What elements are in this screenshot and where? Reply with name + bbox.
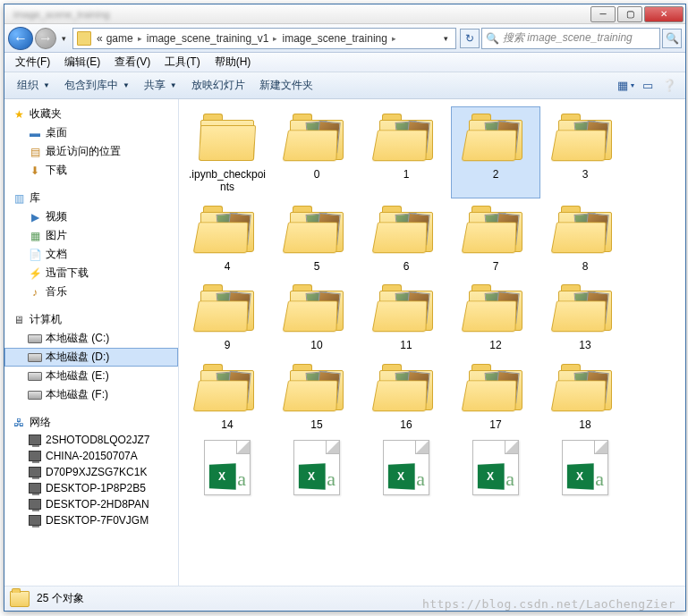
file-item[interactable]: 11 xyxy=(361,277,451,356)
file-item[interactable]: 16 xyxy=(361,357,451,435)
new-folder-button[interactable]: 新建文件夹 xyxy=(252,74,320,97)
menu-tools[interactable]: 工具(T) xyxy=(157,53,207,72)
minimize-button[interactable]: ─ xyxy=(590,6,616,22)
file-item[interactable]: Xa xyxy=(451,435,540,503)
file-item[interactable]: 1 xyxy=(361,106,451,198)
menu-file[interactable]: 文件(F) xyxy=(8,53,57,72)
watermark-text: https://blog.csdn.net/LaoChengZier xyxy=(422,597,675,611)
address-dropdown[interactable]: ▾ xyxy=(440,34,452,43)
sidebar-item-music[interactable]: ♪音乐 xyxy=(4,283,178,301)
breadcrumb-v1[interactable]: image_scene_training_v1 xyxy=(145,32,271,45)
search-go-button[interactable]: 🔍 xyxy=(662,29,682,48)
file-item[interactable]: 12 xyxy=(451,277,540,356)
file-item[interactable]: 10 xyxy=(272,277,361,356)
back-button[interactable]: ← xyxy=(8,27,33,50)
network-header[interactable]: 🖧网络 xyxy=(4,413,178,432)
sidebar-item-net-3[interactable]: DESKTOP-1P8P2B5 xyxy=(4,480,178,496)
file-item[interactable]: 5 xyxy=(272,198,361,277)
sidebar-item-net-5[interactable]: DESKTOP-7F0VJGM xyxy=(4,512,178,528)
folder-thumb-icon xyxy=(285,282,348,335)
folder-thumb-icon xyxy=(464,203,527,257)
sidebar-item-disk-c[interactable]: 本地磁盘 (C:) xyxy=(4,329,178,348)
file-item[interactable]: 6 xyxy=(361,198,451,277)
content-area: ★收藏夹 ▬桌面 ▤最近访问的位置 ⬇下载 ▥库 ▶视频 ▦图片 📄文档 ⚡迅雷… xyxy=(4,99,685,586)
file-item[interactable]: Xa xyxy=(361,435,451,503)
file-item[interactable]: 17 xyxy=(451,357,540,435)
menu-edit[interactable]: 编辑(E) xyxy=(57,53,107,72)
include-library-button[interactable]: 包含到库中▼ xyxy=(57,74,137,97)
slideshow-button[interactable]: 放映幻灯片 xyxy=(184,74,252,97)
sidebar-item-downloads[interactable]: ⬇下载 xyxy=(4,161,178,180)
breadcrumb-root[interactable]: « xyxy=(95,32,105,45)
sidebar-item-documents[interactable]: 📄文档 xyxy=(4,245,178,264)
file-item[interactable]: 14 xyxy=(183,357,272,435)
items-view[interactable]: .ipynb_checkpoints0123456789101112131415… xyxy=(179,99,685,586)
close-button[interactable]: ✕ xyxy=(644,6,684,22)
search-input[interactable]: 🔍 搜索 image_scene_training xyxy=(481,28,660,49)
share-button[interactable]: 共享▼ xyxy=(137,74,184,97)
sidebar-item-thunder[interactable]: ⚡迅雷下载 xyxy=(4,264,178,283)
sidebar-item-recent[interactable]: ▤最近访问的位置 xyxy=(4,142,178,161)
sidebar-item-disk-f[interactable]: 本地磁盘 (F:) xyxy=(4,385,178,404)
refresh-button[interactable]: ↻ xyxy=(460,29,480,48)
desktop-icon: ▬ xyxy=(28,127,42,139)
file-item[interactable]: 9 xyxy=(183,277,272,356)
item-label: 18 xyxy=(579,418,590,431)
computer-header[interactable]: 🖥计算机 xyxy=(4,310,178,329)
folder-icon xyxy=(196,111,259,165)
pc-icon xyxy=(28,434,42,446)
file-item[interactable]: 0 xyxy=(272,106,361,198)
breadcrumb-game[interactable]: game xyxy=(105,32,135,45)
file-item[interactable]: 15 xyxy=(272,357,361,435)
pc-icon xyxy=(28,450,42,462)
file-item[interactable]: 13 xyxy=(540,277,630,356)
libraries-header[interactable]: ▥库 xyxy=(4,189,178,207)
sidebar-item-disk-d[interactable]: 本地磁盘 (D:) xyxy=(4,348,178,367)
item-label: 6 xyxy=(403,260,410,273)
file-item[interactable]: 2 xyxy=(451,106,540,198)
menu-view[interactable]: 查看(V) xyxy=(107,53,157,72)
sidebar-item-disk-e[interactable]: 本地磁盘 (E:) xyxy=(4,367,178,385)
folder-thumb-icon xyxy=(554,203,616,257)
file-item[interactable]: 4 xyxy=(183,198,272,277)
breadcrumb-training[interactable]: image_scene_training xyxy=(280,32,388,45)
address-bar[interactable]: « game ▸ image_scene_training_v1 ▸ image… xyxy=(72,28,456,49)
folder-thumb-icon xyxy=(196,282,259,335)
sidebar-item-net-0[interactable]: 2SHOTOD8LQO2JZ7 xyxy=(4,432,178,448)
help-button[interactable]: ❔ xyxy=(658,76,680,96)
excel-file-icon: Xa xyxy=(562,440,608,495)
file-item[interactable]: 7 xyxy=(451,198,540,277)
file-item[interactable]: 18 xyxy=(540,357,630,435)
sidebar-item-desktop[interactable]: ▬桌面 xyxy=(4,123,178,142)
view-options-button[interactable]: ▦▼ xyxy=(616,76,637,96)
favorites-header[interactable]: ★收藏夹 xyxy=(4,105,178,123)
folder-thumb-icon xyxy=(375,111,437,165)
preview-pane-button[interactable]: ▭ xyxy=(637,76,658,96)
file-item[interactable]: .ipynb_checkpoints xyxy=(183,106,272,198)
item-label: 4 xyxy=(225,260,231,273)
thunder-icon: ⚡ xyxy=(28,267,42,280)
folder-thumb-icon xyxy=(554,111,616,165)
music-icon: ♪ xyxy=(28,286,42,299)
organize-button[interactable]: 组织▼ xyxy=(10,74,57,97)
sidebar-item-net-4[interactable]: DESKTOP-2HD8PAN xyxy=(4,496,178,512)
maximize-button[interactable]: ▢ xyxy=(617,6,642,22)
item-label: 2 xyxy=(493,168,499,181)
favorites-group: ★收藏夹 ▬桌面 ▤最近访问的位置 ⬇下载 xyxy=(4,105,178,180)
file-item[interactable]: Xa xyxy=(540,435,630,503)
file-item[interactable]: 3 xyxy=(540,106,630,198)
menu-help[interactable]: 帮助(H) xyxy=(208,53,259,72)
file-item[interactable]: Xa xyxy=(272,435,361,503)
excel-file-icon: Xa xyxy=(383,440,429,495)
chevron-right-icon: ▸ xyxy=(270,34,280,43)
forward-button[interactable]: → xyxy=(35,28,56,49)
history-dropdown[interactable]: ▾ xyxy=(58,34,69,43)
disk-icon xyxy=(28,389,42,401)
sidebar-item-pictures[interactable]: ▦图片 xyxy=(4,226,178,245)
sidebar-item-net-2[interactable]: D70P9XJZSG7KC1K xyxy=(4,464,178,480)
disk-icon xyxy=(28,333,42,345)
file-item[interactable]: Xa xyxy=(183,435,272,503)
sidebar-item-net-1[interactable]: CHINA-20150707A xyxy=(4,448,178,464)
file-item[interactable]: 8 xyxy=(540,198,630,277)
sidebar-item-videos[interactable]: ▶视频 xyxy=(4,207,178,226)
